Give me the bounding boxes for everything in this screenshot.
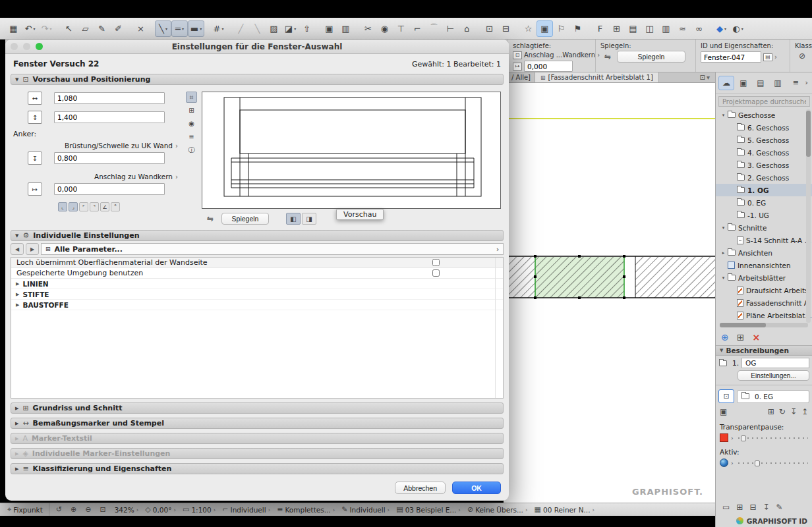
find-select-icon[interactable]: F [592, 20, 608, 37]
zoom-window-icon[interactable] [36, 43, 43, 50]
parameter-checkbox[interactable] [432, 259, 440, 266]
undo-icon[interactable]: ↶▾ [22, 20, 38, 37]
align-icon[interactable]: ⊤ [393, 20, 409, 37]
opening-right-icon[interactable]: ◨ [302, 213, 316, 225]
wall-tool-icon[interactable]: ╲▾ [155, 20, 171, 37]
navigator-item-6-geschoss[interactable]: 6. Geschoss [716, 121, 812, 134]
flag-icon[interactable]: ⚐ [553, 20, 569, 37]
split-icon[interactable]: ⊢ [442, 20, 459, 37]
paint-bucket-icon[interactable]: ◪▾ [282, 20, 299, 37]
element-id-input[interactable] [701, 51, 761, 63]
stamp-icon[interactable]: ⊡ [481, 20, 498, 37]
anchor-corner-tr-icon[interactable]: ⌝ [90, 202, 99, 211]
navigator-search-input[interactable] [718, 96, 810, 107]
trim-icon[interactable]: ⌐ [409, 20, 426, 37]
bring-forward-icon[interactable]: ↥ [801, 407, 808, 416]
list-view-icon[interactable]: ≡ [186, 131, 197, 142]
parameter-row[interactable]: Loch übernimmt Oberflächenmaterial der W… [11, 258, 503, 268]
collapsed-section-header[interactable]: ▶ ≡ Klassifizierung und Eigenschaften [11, 463, 504, 474]
pen-set-dropdown[interactable]: ✎ Individuell › [338, 503, 393, 516]
beam-tool-icon[interactable]: ═▾ [171, 20, 188, 37]
detail-icon[interactable]: ⊟ [498, 20, 514, 37]
active-transparency-slider[interactable] [738, 459, 808, 467]
paste-icon[interactable]: ▥ [337, 20, 354, 37]
view-map-tab-icon[interactable]: ▣ [736, 76, 751, 90]
tree-chevron-icon[interactable]: ▾ [720, 225, 727, 231]
copy-icon[interactable]: ▣ [321, 20, 337, 37]
info-icon[interactable]: ⓘ [186, 144, 197, 155]
trace-toggle-button[interactable]: ⊡ [718, 389, 734, 403]
zoom-in-button[interactable]: ⊕ [67, 503, 82, 516]
navigator-item-2-geschoss[interactable]: 2. Geschoss [716, 171, 812, 184]
help-icon[interactable]: ◐▾ [730, 20, 746, 37]
zoom-level-dropdown[interactable]: 342% › [111, 503, 142, 516]
library-icon[interactable]: ⊞ [608, 20, 625, 37]
reveal-input[interactable] [54, 183, 165, 195]
drawing-canvas[interactable]: GRAPHISOFT. [504, 83, 715, 503]
sill-option-dropdown[interactable]: Brüstung/Schwelle zu UK Wand › [28, 142, 178, 150]
previous-parameter-button[interactable]: ◀ [11, 243, 24, 255]
parameter-set-dropdown[interactable]: ⊞ Alle Parameter... › [41, 243, 504, 255]
collapsed-section-header[interactable]: ▶ ⊞ Grundriss und Schnitt [11, 402, 504, 414]
overrides-dropdown[interactable]: ⊘ Keine Übers... › [464, 503, 531, 516]
section-preview-header[interactable]: ▼ ⊡ Vorschau und Positionierung [11, 74, 504, 85]
fixpoint-indicator[interactable]: ⌖ Fixpunkt [4, 503, 46, 516]
module-icon[interactable]: ▤ [625, 20, 641, 37]
layout-book-tab-icon[interactable]: ▤ [753, 76, 768, 90]
dialog-titlebar[interactable]: Einstellungen für die Fenster-Auswahl [5, 40, 509, 54]
menu-icon[interactable]: ≡ [792, 78, 800, 87]
layer-remove-icon[interactable]: ⊟ [749, 503, 756, 512]
polyline-tool-icon[interactable]: ╲ [249, 20, 266, 37]
zoom-previous-button[interactable]: ↺ [49, 503, 67, 516]
settings-table-icon[interactable]: ⊞ [737, 332, 745, 343]
next-parameter-button[interactable]: ▶ [26, 243, 39, 255]
roof-icon[interactable]: ⌂ [459, 20, 475, 37]
favorites-icon[interactable]: ☆ [520, 20, 536, 37]
grid-switch-icon[interactable]: ⊞ [768, 407, 774, 416]
expand-panel-icon[interactable]: › [804, 78, 809, 87]
active-view-sphere-icon[interactable] [720, 458, 728, 467]
navigator-item-3-geschoss[interactable]: 3. Geschoss [716, 159, 812, 171]
arrow-tool-icon[interactable]: ↖ [61, 20, 77, 37]
grid-display-icon[interactable]: ⊞ [186, 105, 197, 116]
rotate-reference-icon[interactable]: ↻ [779, 407, 786, 416]
layer-add-icon[interactable]: ⊞ [736, 503, 743, 512]
view-settings-dropdown[interactable]: ▤ 03 Beispiel E... › [393, 503, 464, 516]
publisher-tab-icon[interactable]: ▥ [770, 76, 786, 90]
export-settings-icon[interactable]: ↧ [763, 503, 769, 512]
navigator-item-minus1-ug[interactable]: -1. UG [716, 209, 812, 221]
opening-left-icon[interactable]: ◧ [286, 213, 301, 225]
marquee-tool-icon[interactable]: ▱ [77, 20, 94, 37]
section-custom-header[interactable]: ▼ ⚙ Individuelle Einstellungen [11, 230, 504, 241]
navigator-item-ansichten[interactable]: ▸ Ansichten [716, 246, 812, 259]
link-icon[interactable]: ∞ [691, 20, 707, 37]
anchor-corner-tl-icon[interactable]: ⌜ [79, 202, 88, 211]
navigator-item-1-og[interactable]: 1. OG [716, 184, 812, 196]
fillet-icon[interactable]: ⌒ [426, 20, 442, 37]
pencil-tool-icon[interactable]: ✐ [110, 20, 127, 37]
ifc-icon[interactable]: ◫ [641, 20, 658, 37]
transfer-settings-icon[interactable]: ▣ [720, 407, 727, 416]
tree-chevron-icon[interactable]: ▸ [720, 250, 727, 256]
height-input[interactable] [54, 111, 165, 123]
navigator-item-arbeitsblaetter[interactable]: ▾ Arbeitsblätter [716, 271, 812, 284]
model-view-icon[interactable]: ◉ [186, 118, 197, 129]
parameter-group-row[interactable]: ▶ LINIEN [11, 279, 503, 289]
magic-wand-icon[interactable]: ⇧ [299, 20, 315, 37]
scissors-icon[interactable]: ✂ [360, 20, 376, 37]
redo-icon[interactable]: ↷▾ [38, 20, 55, 37]
reveal-depth-input[interactable] [524, 61, 573, 72]
mirror-button[interactable]: Spiegeln [617, 51, 685, 63]
close-window-icon[interactable] [11, 43, 18, 50]
dimension-dropdown[interactable]: ⌐ Individuell › [219, 503, 274, 516]
navigator-item-5-geschoss[interactable]: 5. Geschoss [716, 134, 812, 146]
navigator-item-geschosse[interactable]: ▾ Geschosse [716, 109, 812, 121]
renovation-filter-dropdown[interactable]: ▦ 00 Reiner N... › [531, 503, 598, 516]
mirror-button[interactable]: Spiegeln [221, 213, 269, 225]
navigator-item-s14-schnitt[interactable]: S-14 Schnitt A-A (M [716, 234, 812, 246]
id-extra-icon[interactable]: ▤ [763, 53, 772, 61]
anchor-option-dropdown[interactable]: ⊡ Anschlag ...Wandkern › [513, 50, 591, 60]
navigator-item-0-eg[interactable]: 0. EG [716, 196, 812, 209]
navigator-item-draufsicht[interactable]: Draufsicht Arbeitsl [716, 284, 812, 296]
layer-combination-dropdown[interactable]: ≡ Komplettes... › [274, 503, 338, 516]
